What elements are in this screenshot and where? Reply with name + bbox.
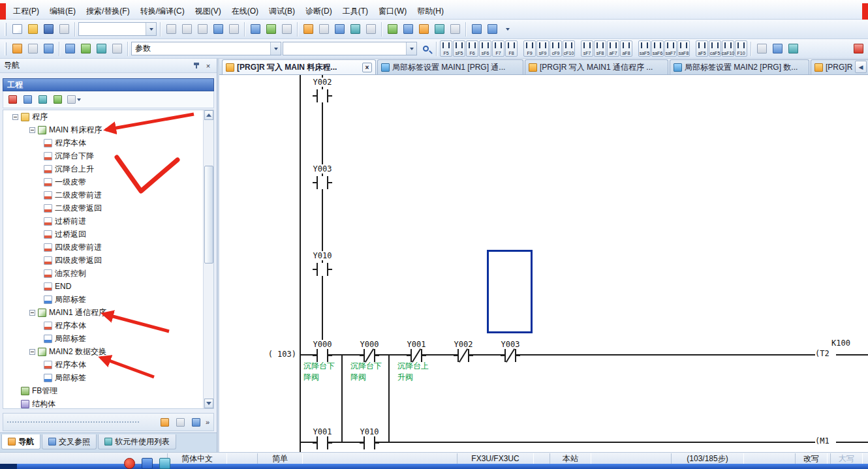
ladder-contact-nc[interactable] bbox=[501, 349, 520, 362]
stl-icon[interactable] bbox=[754, 42, 769, 56]
tree-item-program-body[interactable]: 程序本体 bbox=[3, 358, 213, 371]
tree-item-section[interactable]: 油泵控制 bbox=[3, 267, 213, 280]
buffer-memory-monitor-icon[interactable] bbox=[364, 22, 378, 37]
zoom-in-icon[interactable] bbox=[469, 22, 484, 37]
paste-icon[interactable] bbox=[195, 22, 209, 37]
drag-handle[interactable] bbox=[7, 421, 139, 423]
tree-item-section[interactable]: 沉降台下降 bbox=[3, 149, 213, 162]
info-icon[interactable] bbox=[36, 93, 49, 106]
menu-item[interactable]: 在线(O) bbox=[226, 3, 264, 19]
menu-item[interactable]: 窗口(W) bbox=[373, 3, 412, 19]
ladder-contact-y003[interactable] bbox=[313, 176, 332, 189]
ladder-fkey-button[interactable]: F8 bbox=[505, 40, 518, 57]
ladder-contact-no[interactable] bbox=[313, 436, 332, 449]
ladder-fkey-button[interactable]: F9 bbox=[523, 40, 536, 57]
cross-reference-icon[interactable] bbox=[432, 22, 446, 37]
check-icon[interactable] bbox=[51, 93, 64, 106]
combo-dropdown-icon[interactable] bbox=[406, 42, 416, 55]
toolbar-overflow-icon[interactable] bbox=[501, 22, 515, 37]
collapse-toggle-icon[interactable] bbox=[29, 349, 35, 355]
tree-item-end[interactable]: END bbox=[3, 280, 213, 293]
tab-main1-ladder[interactable]: [PRG]R 写入 MAIN1 通信程序 ... bbox=[525, 59, 668, 74]
taskbar-app-icon-cyan[interactable] bbox=[159, 458, 170, 469]
ladder-fkey-button[interactable]: caF10 bbox=[722, 40, 734, 57]
find-device-combo[interactable] bbox=[283, 42, 417, 55]
ladder-fkey-button[interactable]: F10 bbox=[735, 40, 747, 57]
tree-item-program-body[interactable]: 程序本体 bbox=[3, 136, 213, 149]
tab-main1-labels[interactable]: 局部标签设置 MAIN1 [PRG] 通... bbox=[377, 59, 523, 74]
project-data-list-icon[interactable] bbox=[25, 42, 40, 56]
ladder-fkey-button[interactable]: saF7 bbox=[664, 40, 677, 57]
tab-close-button[interactable]: × bbox=[362, 63, 372, 72]
tree-item-program-folder[interactable]: 程序 bbox=[3, 110, 213, 123]
timer-coil-t2[interactable]: (T2 bbox=[815, 349, 829, 359]
ladder-fkey-button[interactable]: sF6 bbox=[479, 40, 491, 57]
verify-with-plc-icon[interactable] bbox=[279, 22, 294, 37]
collapse-toggle-icon[interactable] bbox=[29, 127, 35, 133]
data-select-combo[interactable]: 参数 bbox=[131, 42, 281, 55]
device-display-icon[interactable] bbox=[63, 42, 77, 56]
toolbar-grip[interactable] bbox=[5, 42, 7, 55]
taskbar-start-corner[interactable] bbox=[0, 464, 17, 469]
monitor-stop-icon[interactable] bbox=[317, 22, 331, 37]
tree-item-program-body[interactable]: 程序本体 bbox=[3, 319, 213, 332]
ladder-contact-y010[interactable] bbox=[313, 263, 332, 276]
tree-item-section[interactable]: 一级皮带 bbox=[3, 175, 213, 189]
ladder-contact-y002[interactable] bbox=[313, 89, 332, 102]
zoom-out-icon[interactable] bbox=[485, 22, 499, 37]
write-to-plc-icon[interactable] bbox=[248, 22, 262, 37]
menu-item[interactable]: 视图(V) bbox=[190, 3, 226, 19]
menu-item[interactable]: 搜索/替换(F) bbox=[81, 3, 135, 19]
ladder-fkey-button[interactable]: aF8 bbox=[620, 40, 632, 57]
toolbar-grip[interactable] bbox=[5, 23, 7, 36]
ladder-fkey-button[interactable]: sF7 bbox=[581, 40, 593, 57]
taskbar-app-icon-red[interactable] bbox=[124, 458, 135, 469]
monitor-start-icon[interactable] bbox=[301, 22, 315, 37]
ladder-fkey-button[interactable]: aF5 bbox=[696, 40, 708, 57]
combo-dropdown-icon[interactable] bbox=[146, 23, 156, 35]
menu-item[interactable]: 编辑(E) bbox=[44, 3, 81, 19]
edit-icon[interactable] bbox=[174, 416, 187, 429]
ladder-contact-nc[interactable] bbox=[454, 349, 473, 362]
ladder-canvas[interactable]: Y002 Y003 Y010 ( 103) Y000 Y000 Y001 Y00… bbox=[219, 75, 868, 452]
tree-item-local-label[interactable]: 局部标签 bbox=[3, 293, 213, 306]
tree-item-local-label[interactable]: 局部标签 bbox=[3, 332, 213, 345]
all-program-icon[interactable] bbox=[159, 416, 172, 429]
taskbar-app-icon-blue[interactable] bbox=[142, 458, 153, 469]
ladder-fkey-button[interactable]: cF9 bbox=[550, 40, 562, 57]
comment-edit-icon[interactable] bbox=[786, 42, 800, 56]
ladder-fkey-button[interactable]: saF8 bbox=[677, 40, 690, 57]
new-project-icon[interactable] bbox=[10, 22, 24, 37]
tree-item-section[interactable]: 二级皮带返回 bbox=[3, 202, 213, 215]
inline-st-icon[interactable] bbox=[770, 42, 784, 56]
tab-device-usage-list[interactable]: 软元件使用列表 bbox=[98, 434, 176, 449]
copy-icon[interactable] bbox=[179, 22, 194, 37]
ladder-contact-nc[interactable] bbox=[407, 349, 426, 362]
device-batch-monitor-icon[interactable] bbox=[332, 22, 347, 37]
coil-m1[interactable]: (M1 bbox=[815, 436, 829, 446]
tree-item-structure[interactable]: 结构体 bbox=[3, 397, 213, 409]
scroll-down-icon[interactable] bbox=[204, 399, 213, 408]
menu-item[interactable]: 工具(T) bbox=[337, 3, 373, 19]
note-display-icon[interactable] bbox=[110, 42, 124, 56]
tab-navigation[interactable]: 导航 bbox=[1, 434, 40, 449]
save-icon[interactable] bbox=[41, 22, 55, 37]
tree-item-section[interactable]: 沉降台上升 bbox=[3, 162, 213, 175]
find-icon[interactable] bbox=[418, 42, 433, 56]
tree-item-fb-management[interactable]: FB管理 bbox=[3, 384, 213, 397]
collapse-toggle-icon[interactable] bbox=[12, 114, 18, 120]
window-select-combo[interactable] bbox=[78, 22, 157, 36]
ladder-fkey-button[interactable]: saF5 bbox=[638, 40, 651, 57]
scrollbar-thumb[interactable] bbox=[204, 166, 213, 264]
pin-icon[interactable] bbox=[193, 62, 200, 69]
tree-item-main-program[interactable]: MAIN 料床程序 bbox=[3, 123, 213, 136]
ladder-fkey-button[interactable]: F7 bbox=[492, 40, 504, 57]
menu-item[interactable]: 诊断(D) bbox=[300, 3, 337, 19]
collapse-toggle-icon[interactable] bbox=[29, 310, 35, 316]
redo-icon[interactable] bbox=[226, 22, 241, 37]
print-icon[interactable] bbox=[57, 22, 71, 37]
close-icon[interactable]: × bbox=[204, 61, 213, 70]
tree-item-main2-program[interactable]: MAIN2 数据交换 bbox=[3, 345, 213, 358]
ladder-fkey-button[interactable]: F6 bbox=[466, 40, 478, 57]
parameter-icon[interactable] bbox=[401, 22, 415, 37]
